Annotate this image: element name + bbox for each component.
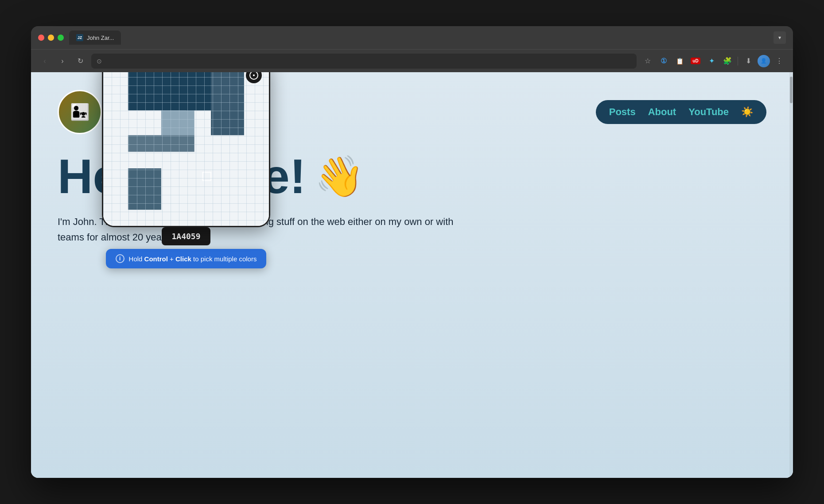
crosshair-dot	[253, 74, 255, 76]
tab-overflow-button[interactable]: ▾	[773, 31, 786, 44]
svg-rect-2	[211, 72, 244, 135]
svg-rect-0	[128, 72, 211, 110]
tab-title: John Zar...	[87, 35, 114, 41]
tab-area: JZ John Zar...	[69, 31, 768, 45]
download-button[interactable]: ⬇	[742, 54, 755, 68]
color-picker-tooltip: i Hold Control + Click to pick multiple …	[106, 249, 267, 268]
browser-profile-avatar[interactable]: 👤	[758, 55, 770, 67]
tab-favicon: JZ	[76, 34, 83, 41]
color-value-badge: 1A4059	[162, 227, 210, 245]
atom-button[interactable]: ✦	[705, 54, 718, 68]
ublock-badge: uD	[691, 58, 700, 64]
extensions-button[interactable]: 🧩	[721, 54, 734, 68]
nav-youtube-link[interactable]: YouTube	[688, 106, 729, 118]
svg-rect-6	[202, 172, 211, 181]
crosshair-inner	[249, 72, 258, 80]
magnifier-box	[102, 72, 270, 227]
svg-rect-4	[128, 168, 161, 209]
tooltip-info-icon: i	[116, 254, 124, 263]
svg-rect-1	[186, 72, 211, 110]
reader-button[interactable]: 📋	[673, 54, 686, 68]
website: 👨‍👧 John Zan Posts About YouTube ☀️ Hey,…	[31, 72, 793, 478]
toolbar-separator	[738, 57, 738, 66]
hero-emoji: 👋	[315, 156, 364, 196]
scrollbar-track[interactable]	[789, 72, 793, 478]
svg-rect-3	[128, 135, 194, 151]
minimize-button[interactable]	[48, 35, 54, 41]
traffic-lights	[38, 35, 64, 41]
browser-menu-button[interactable]: ⋮	[773, 54, 786, 68]
ublock-button[interactable]: uD	[689, 54, 702, 68]
forward-button[interactable]: ›	[56, 54, 69, 68]
nav-about-link[interactable]: About	[648, 106, 676, 118]
bookmark-button[interactable]: ☆	[641, 54, 654, 68]
reload-button[interactable]: ↻	[74, 54, 87, 68]
theme-toggle-icon[interactable]: ☀️	[741, 106, 753, 118]
browser-tab[interactable]: JZ John Zar...	[69, 31, 121, 45]
magnifier-grid	[103, 72, 269, 226]
nav-posts-link[interactable]: Posts	[609, 106, 636, 118]
profile-avatar: 👨‍👧	[58, 90, 102, 134]
color-picker-overlay: 1A4059 i Hold Control + Click to pick mu…	[102, 72, 270, 268]
title-bar: JZ John Zar... ▾	[31, 26, 793, 49]
magnifier-pixel-art	[103, 72, 269, 226]
tooltip-text: Hold Control + Click to pick multiple co…	[129, 255, 257, 263]
scrollbar-thumb[interactable]	[790, 77, 793, 103]
page-content: 👨‍👧 John Zan Posts About YouTube ☀️ Hey,…	[31, 72, 793, 478]
maximize-button[interactable]	[58, 35, 64, 41]
onepassword-button[interactable]: ①	[657, 54, 670, 68]
address-security-icon: ⊙	[97, 58, 102, 65]
browser-window: JZ John Zar... ▾ ‹ › ↻ ⊙ ☆ ① 📋 uD	[31, 26, 793, 478]
back-button[interactable]: ‹	[38, 54, 51, 68]
toolbar-right: ☆ ① 📋 uD ✦ 🧩 ⬇ 👤 ⋮	[641, 54, 786, 68]
address-bar[interactable]: ⊙	[91, 54, 637, 69]
close-button[interactable]	[38, 35, 44, 41]
nav-bar: ‹ › ↻ ⊙ ☆ ① 📋 uD ✦ 🧩 ⬇ 👤 ⋮	[31, 49, 793, 72]
svg-rect-5	[161, 110, 194, 135]
nav-pills: Posts About YouTube ☀️	[596, 100, 766, 124]
